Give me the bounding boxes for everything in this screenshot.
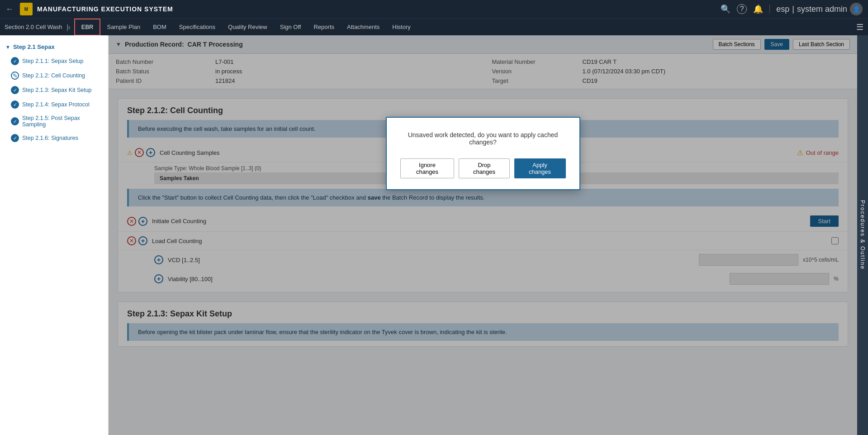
top-right-actions: 🔍 ? 🔔 esp | system admin 👤 xyxy=(721,3,863,15)
drop-changes-button[interactable]: Drop changes xyxy=(459,158,509,178)
bell-icon[interactable]: 🔔 xyxy=(753,4,763,14)
content-area: ▼ Production Record: CAR T Processing Ba… xyxy=(109,35,857,435)
sidebar: ▼ Step 2.1 Sepax ✓ Step 2.1.1: Sepax Set… xyxy=(0,35,109,435)
tab-quality-review[interactable]: Quality Review xyxy=(222,19,274,36)
help-icon[interactable]: ? xyxy=(737,4,747,14)
sidebar-section-header[interactable]: ▼ Step 2.1 Sepax xyxy=(0,40,108,54)
divider xyxy=(769,5,770,14)
ignore-changes-button[interactable]: Ignore changes xyxy=(400,158,455,178)
step-label-2.1.1: Step 2.1.1: Sepax Setup xyxy=(22,58,84,64)
sidebar-item-2.1.6[interactable]: ✓ Step 2.1.6: Signatures xyxy=(0,131,108,145)
modal-message: Unsaved work detected, do you want to ap… xyxy=(400,131,566,146)
sidebar-item-2.1.5[interactable]: ✓ Step 2.1.5: Post Sepax Sampling xyxy=(0,112,108,131)
sidebar-item-2.1.1[interactable]: ✓ Step 2.1.1: Sepax Setup xyxy=(0,54,108,68)
step-label-2.1.3: Step 2.1.3: Sepax Kit Setup xyxy=(22,87,92,93)
divider-pipe: | xyxy=(792,5,794,14)
tab-history[interactable]: History xyxy=(386,19,417,36)
lang-label: esp xyxy=(776,5,789,14)
tab-bom[interactable]: BOM xyxy=(147,19,173,36)
sidebar-item-2.1.4[interactable]: ✓ Step 2.1.4: Sepax Protocol xyxy=(0,97,108,112)
sidebar-item-2.1.3[interactable]: ✓ Step 2.1.3: Sepax Kit Setup xyxy=(0,83,108,97)
step-icon-complete: ✓ xyxy=(11,57,19,65)
step-label-2.1.5: Step 2.1.5: Post Sepax Sampling xyxy=(22,115,103,128)
step-label-2.1.4: Step 2.1.4: Sepax Protocol xyxy=(22,101,90,108)
step-label-2.1.2: Step 2.1.2: Cell Counting xyxy=(22,72,85,79)
section-arrow: ▼ xyxy=(5,44,10,50)
app-logo: M xyxy=(20,3,33,15)
tab-sample-plan[interactable]: Sample Plan xyxy=(100,19,147,36)
step-icon-edit: ✎ xyxy=(11,72,19,80)
collapse-button[interactable]: |‹ xyxy=(66,24,70,31)
modal-dialog: Unsaved work detected, do you want to ap… xyxy=(386,117,580,190)
app-title: MANUFACTURING EXECUTION SYSTEM xyxy=(37,5,716,13)
section-title: Section 2.0 Cell Wash xyxy=(5,24,62,30)
sidebar-section-sepax: ▼ Step 2.1 Sepax ✓ Step 2.1.1: Sepax Set… xyxy=(0,35,108,150)
step-icon-complete-4: ✓ xyxy=(11,100,19,109)
search-icon[interactable]: 🔍 xyxy=(721,4,730,14)
sidebar-section-label: Step 2.1 Sepax xyxy=(13,43,55,50)
hamburger-menu[interactable]: ☰ xyxy=(856,22,863,32)
modal-actions: Ignore changes Drop changes Apply change… xyxy=(400,158,566,178)
step-label-2.1.6: Step 2.1.6: Signatures xyxy=(22,135,78,141)
tab-attachments[interactable]: Attachments xyxy=(341,19,386,36)
svg-text:M: M xyxy=(24,7,28,12)
modal-overlay: Unsaved work detected, do you want to ap… xyxy=(109,35,857,435)
tab-sign-off[interactable]: Sign Off xyxy=(274,19,308,36)
step-icon-complete-5: ✓ xyxy=(11,117,19,125)
user-avatar[interactable]: 👤 xyxy=(850,3,863,15)
procedures-label: Procedures & Outline xyxy=(859,200,866,270)
apply-changes-button[interactable]: Apply changes xyxy=(514,158,566,178)
main-layout: ▼ Step 2.1 Sepax ✓ Step 2.1.1: Sepax Set… xyxy=(0,35,868,435)
procedures-panel[interactable]: Procedures & Outline xyxy=(857,35,868,435)
tab-specifications[interactable]: Specifications xyxy=(173,19,222,36)
username: system admin xyxy=(797,5,847,14)
user-area: esp | system admin 👤 xyxy=(776,3,863,15)
step-icon-complete-3: ✓ xyxy=(11,86,19,94)
tab-reports[interactable]: Reports xyxy=(307,19,341,36)
tab-ebr[interactable]: EBR xyxy=(74,19,101,36)
tab-bar: EBR Sample Plan BOM Specifications Quali… xyxy=(74,19,417,36)
top-bar: ← M MANUFACTURING EXECUTION SYSTEM 🔍 ? 🔔… xyxy=(0,0,868,18)
step-icon-complete-6: ✓ xyxy=(11,134,19,142)
sidebar-item-2.1.2[interactable]: ✎ Step 2.1.2: Cell Counting xyxy=(0,68,108,83)
secondary-nav: Section 2.0 Cell Wash |‹ EBR Sample Plan… xyxy=(0,18,868,35)
back-button[interactable]: ← xyxy=(5,5,14,14)
